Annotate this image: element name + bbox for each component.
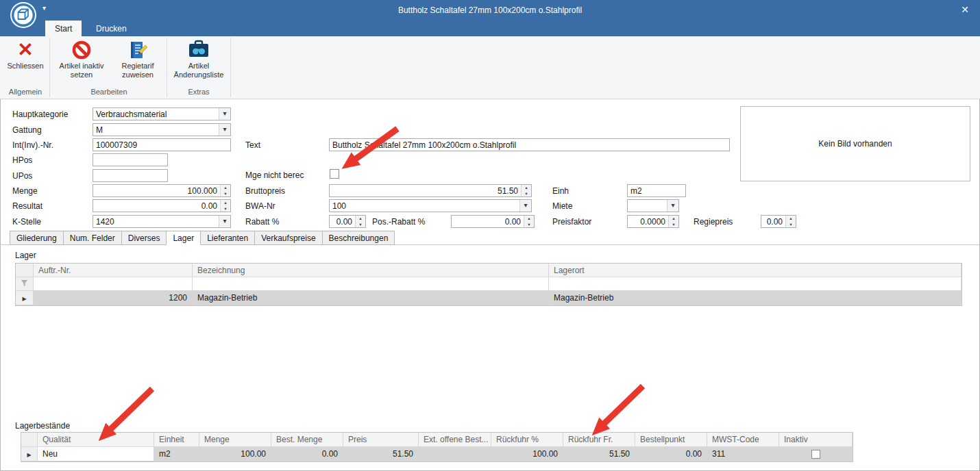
red-x-glyph: ✕ <box>17 40 33 60</box>
bwa-nr-select[interactable]: 100 <box>329 199 532 212</box>
column-header-einheit[interactable]: Einheit <box>154 433 199 447</box>
intnr-field[interactable]: 100007309 <box>93 138 231 151</box>
regiepreis-spinner[interactable]: 0.00 <box>761 215 796 228</box>
hpos-label: HPos <box>12 155 32 165</box>
column-header-rueckfuhr-pct[interactable]: Rückfuhr % <box>491 433 563 447</box>
resultat-spinner[interactable]: 0.00 <box>93 199 231 212</box>
lager-group-label: Lager <box>15 251 36 260</box>
lagerbestaende-grid: Qualität Einheit Menge Best. Menge Preis… <box>21 432 853 462</box>
hauptkategorie-select[interactable]: Verbrauchsmaterial <box>93 107 231 120</box>
cell-ext-offene-best <box>419 447 491 461</box>
tab-verkaufspreise[interactable]: Verkaufspreise <box>254 231 322 245</box>
spin-up-icon[interactable] <box>786 216 796 222</box>
chevron-down-icon[interactable] <box>219 108 230 120</box>
app-logo-cube-icon[interactable] <box>10 1 37 29</box>
quick-access-chevron-icon[interactable]: ▾ <box>42 4 46 12</box>
gattung-select[interactable]: M <box>93 123 231 136</box>
tab-gliederung[interactable]: Gliederung <box>10 231 64 245</box>
regietarif-zuweisen-button[interactable]: Regietarif zuweisen <box>110 38 165 86</box>
upos-value <box>93 170 167 171</box>
title-bar: Buttholz Schaltafel 27mm 100x200cm o.Sta… <box>0 0 980 21</box>
column-header-lagerort[interactable]: Lagerort <box>549 264 961 277</box>
column-header-auftr-nr[interactable]: Auftr.-Nr. <box>34 264 193 277</box>
filter-cell-lagerort[interactable] <box>549 277 961 291</box>
spinner-buttons <box>355 216 365 227</box>
rabatt-label: Rabatt % <box>245 217 279 227</box>
ribbon-tab-start[interactable]: Start <box>45 21 82 36</box>
spin-down-icon[interactable] <box>522 191 531 197</box>
intnr-value: 100007309 <box>93 139 230 151</box>
lagerbestaende-data-row[interactable]: Neu m2 100.00 0.00 51.50 100.00 51.50 0.… <box>21 447 853 461</box>
column-header-best-menge[interactable]: Best. Menge <box>271 433 343 447</box>
artikel-aenderungsliste-button[interactable]: Artikel Änderungsliste <box>169 38 228 86</box>
spin-down-icon[interactable] <box>669 222 678 228</box>
tab-num-felder[interactable]: Num. Felder <box>63 231 122 245</box>
preisfaktor-spinner[interactable]: 0.0000 <box>627 215 679 228</box>
cell-auftr-nr: 1200 <box>34 291 193 305</box>
spin-up-icon[interactable] <box>522 185 531 191</box>
tab-lieferanten[interactable]: Lieferanten <box>200 231 255 245</box>
spin-down-icon[interactable] <box>221 206 230 212</box>
spin-down-icon[interactable] <box>524 222 534 228</box>
column-header-menge[interactable]: Menge <box>199 433 271 447</box>
column-header-preis[interactable]: Preis <box>343 433 419 447</box>
bruttopreis-spinner[interactable]: 51.50 <box>329 184 532 197</box>
spin-up-icon[interactable] <box>524 216 534 222</box>
spin-up-icon[interactable] <box>221 185 230 191</box>
inaktiv-checkbox[interactable] <box>811 450 820 459</box>
upos-field[interactable] <box>93 169 168 182</box>
spin-up-icon[interactable] <box>221 200 230 206</box>
intnr-label: Int(Inv).-Nr. <box>12 140 53 150</box>
artikel-inaktiv-setzen-button[interactable]: Artikel inaktiv setzen <box>53 38 110 86</box>
tab-beschreibungen[interactable]: Beschreibungen <box>322 231 395 245</box>
column-header-qualitaet[interactable]: Qualität <box>38 433 154 447</box>
pos-rabatt-spinner[interactable]: 0.00 <box>451 215 535 228</box>
prohibition-icon <box>53 38 110 62</box>
close-button[interactable]: ✕ <box>961 4 969 15</box>
tab-lager[interactable]: Lager <box>166 231 201 245</box>
spin-up-icon[interactable] <box>356 216 365 222</box>
filter-cell-bezeichnung[interactable] <box>193 277 549 291</box>
tab-diverses[interactable]: Diverses <box>121 231 167 245</box>
kstelle-select[interactable]: 1420 <box>93 215 231 228</box>
lager-data-row[interactable]: 1200 Magazin-Betrieb Magazin-Betrieb <box>16 291 961 305</box>
lager-filter-row[interactable] <box>16 277 961 291</box>
preisfaktor-label: Preisfaktor <box>552 217 591 227</box>
spin-up-icon[interactable] <box>669 216 678 222</box>
filter-cell-auftr-nr[interactable] <box>34 277 193 291</box>
column-header-inaktiv[interactable]: Inaktiv <box>779 433 853 447</box>
einh-field[interactable]: m2 <box>627 184 686 197</box>
menge-spinner[interactable]: 100.000 <box>93 184 231 197</box>
column-header-ext-offene-best[interactable]: Ext. offene Best... <box>419 433 491 447</box>
column-header-rueckfuhr-fr[interactable]: Rückfuhr Fr. <box>563 433 635 447</box>
spin-down-icon[interactable] <box>786 222 796 228</box>
rabatt-spinner[interactable]: 0.00 <box>329 215 366 228</box>
schliessen-button[interactable]: ✕ Schliessen <box>3 38 48 86</box>
menge-label: Menge <box>12 186 38 196</box>
hpos-field[interactable] <box>93 153 168 166</box>
filter-funnel-icon[interactable] <box>16 277 34 291</box>
chevron-down-icon[interactable] <box>519 200 531 212</box>
column-header-bezeichnung[interactable]: Bezeichnung <box>193 264 549 277</box>
gattung-label: Gattung <box>12 125 42 135</box>
spinner-buttons <box>521 185 531 196</box>
mge-nicht-berec-checkbox[interactable] <box>330 169 339 179</box>
lager-grid: Auftr.-Nr. Bezeichnung Lagerort 1200 Mag… <box>15 263 962 306</box>
hauptkategorie-label: Hauptkategorie <box>12 110 68 119</box>
spin-down-icon[interactable] <box>356 222 365 228</box>
miete-select[interactable] <box>627 199 679 212</box>
ribbon-tab-drucken[interactable]: Drucken <box>86 21 136 36</box>
hpos-value <box>93 154 167 155</box>
chevron-down-icon[interactable] <box>667 200 678 212</box>
chevron-down-icon[interactable] <box>219 216 230 227</box>
text-label: Text <box>245 140 260 150</box>
bwa-nr-label: BWA-Nr <box>245 201 275 211</box>
spin-down-icon[interactable] <box>221 191 230 197</box>
column-header-bestellpunkt[interactable]: Bestellpunkt <box>635 433 707 447</box>
pos-rabatt-label: Pos.-Rabatt % <box>372 217 425 227</box>
chevron-down-icon[interactable] <box>219 124 230 136</box>
ribbon-group-extras: Extras <box>169 88 228 98</box>
cell-qualitaet[interactable]: Neu <box>38 447 154 461</box>
column-header-mwst-code[interactable]: MWST-Code <box>707 433 779 447</box>
text-field[interactable]: Buttholz Schaltafel 27mm 100x200cm o.Sta… <box>329 138 730 151</box>
